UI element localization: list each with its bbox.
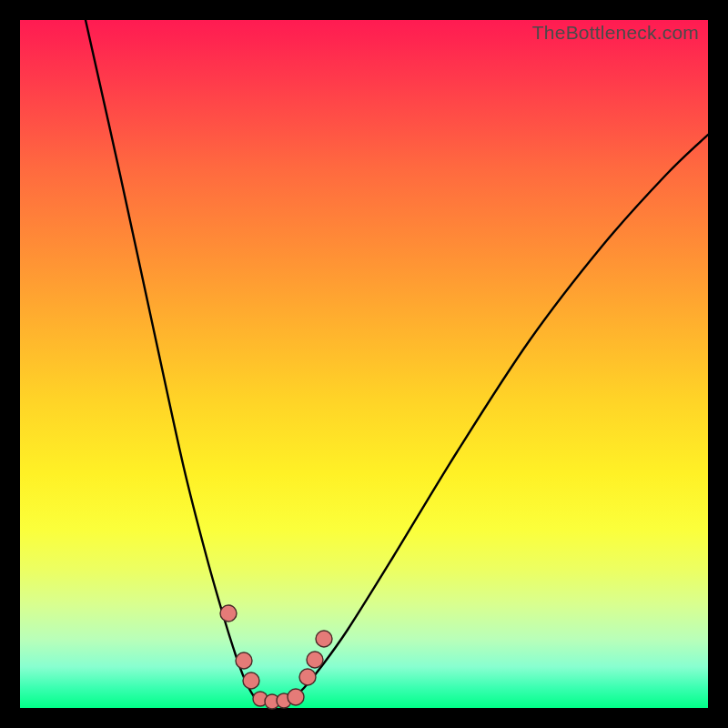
curve-markers — [220, 605, 332, 709]
data-point-marker — [236, 652, 252, 669]
data-point-marker — [288, 689, 304, 705]
chart-plot-area: TheBottleneck.com — [20, 20, 708, 708]
data-point-marker — [220, 605, 237, 622]
curve-left-arm — [86, 20, 255, 698]
curve-right-arm — [293, 135, 708, 698]
curve-svg — [20, 20, 708, 708]
data-point-marker — [299, 669, 316, 685]
data-point-marker — [307, 652, 323, 668]
data-point-marker — [316, 631, 332, 647]
data-point-marker — [243, 672, 259, 689]
